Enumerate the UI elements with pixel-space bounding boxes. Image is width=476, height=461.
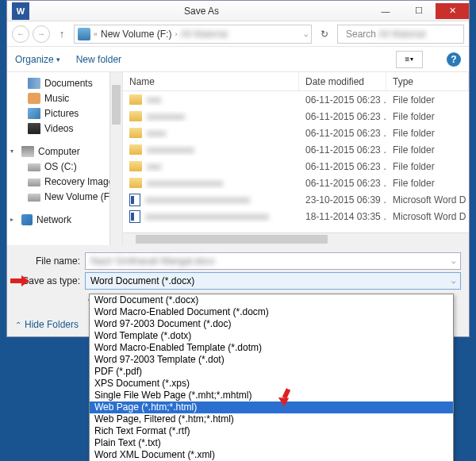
search-input[interactable]: Search All Material [337,25,464,44]
word-doc-icon [129,194,140,206]
column-type[interactable]: Type [386,72,469,90]
new-folder-button[interactable]: New folder [76,54,121,65]
dropdown-item[interactable]: Word 97-2003 Template (*.dot) [90,354,453,366]
dropdown-item[interactable]: XPS Document (*.xps) [90,378,453,390]
view-options-button[interactable]: ≡ ▾ [396,51,423,68]
file-date: 06-11-2015 06:23 … [299,144,386,156]
breadcrumb[interactable]: « New Volume (F:) › All Material ⌵ [74,25,312,44]
file-type: File folder [386,161,469,172]
chevron-down-icon: ▾ [410,56,413,63]
folder-icon [129,178,142,188]
chevron-down-icon[interactable]: ⌵ [451,257,455,265]
filename-input[interactable]: Nazir Gmthavali Mangal.docx ⌵ [85,252,461,270]
music-icon [28,93,40,104]
organize-button[interactable]: Organize ▾ [15,54,60,65]
search-placeholder: Search [346,29,376,40]
column-date[interactable]: Date modified [299,72,386,90]
titlebar: W Save As — ☐ ✕ [7,1,469,21]
dropdown-item[interactable]: PDF (*.pdf) [90,366,453,378]
sidebar-item-recovery[interactable]: Recovery Image ( [7,174,122,189]
column-name[interactable]: Name [123,72,299,90]
saveastype-select[interactable]: Word Document (*.docx) ⌵ [85,272,461,290]
folder-icon [129,144,142,155]
sidebar-item-computer[interactable]: ▾Computer [7,144,122,159]
word-doc-icon [129,210,140,223]
up-button[interactable]: ↑ [53,25,71,43]
back-button[interactable]: ← [12,25,29,43]
scrollbar-thumb[interactable] [112,85,121,125]
sidebar-item-pictures[interactable]: Pictures [7,106,122,121]
file-row[interactable]: xxx06-11-2015 06:23 …File folder [123,91,469,108]
file-row[interactable]: xxxxxxxxxx06-11-2015 06:23 …File folder [123,141,469,158]
file-type: File folder [386,144,469,156]
pictures-icon [28,108,40,119]
dropdown-item[interactable]: Web Page (*.htm;*.html) [90,401,453,413]
red-arrow-annotation-2 [278,389,295,406]
drive-icon [28,163,40,171]
scrollbar-thumb[interactable] [136,235,328,244]
minimize-button[interactable]: — [369,3,402,19]
file-list: Name Date modified Type xxx06-11-2015 06… [123,72,469,245]
file-name: xxxxxxxxxx [147,144,194,156]
folder-icon [129,161,142,171]
dropdown-item[interactable]: Word Macro-Enabled Document (*.docm) [90,306,453,318]
chevron-down-icon[interactable]: ⌵ [451,277,455,285]
file-name: xxx [147,161,161,172]
maximize-button[interactable]: ☐ [402,3,436,19]
help-button[interactable]: ? [447,52,461,67]
dropdown-item[interactable]: Plain Text (*.txt) [90,437,453,449]
sidebar-item-music[interactable]: Music [7,90,122,106]
sidebar: Documents Music Pictures Videos ▾Compute… [7,72,123,245]
sidebar-item-documents[interactable]: Documents [7,75,122,90]
file-row[interactable]: xxxxxxxxxxxxxxxxxxxxxxxxxx18-11-2014 03:… [123,208,469,225]
sidebar-item-network[interactable]: ▸Network [7,212,122,227]
drive-icon [28,179,40,186]
dropdown-item[interactable]: Word Document (*.docx) [90,294,453,306]
file-date: 06-11-2015 06:23 … [299,161,386,172]
file-type: Microsoft Word D [386,194,469,206]
dropdown-item[interactable]: Word Template (*.dotx) [90,330,453,342]
file-name: xxx [147,94,161,106]
file-rows: xxx06-11-2015 06:23 …File folderxxxxxxxx… [123,91,469,225]
toolbar: Organize ▾ New folder ≡ ▾ ? [7,47,469,72]
word-app-icon: W [12,2,29,20]
dropdown-item[interactable]: Word Macro-Enabled Template (*.dotm) [90,342,453,354]
file-date: 18-11-2014 03:35 … [299,211,386,222]
file-row[interactable]: xxx06-11-2015 06:23 …File folder [123,158,469,175]
filename-value: Nazir Gmthavali Mangal.docx [90,255,215,267]
dropdown-item[interactable]: Word XML Document (*.xml) [90,449,453,461]
sidebar-scrollbar[interactable] [109,72,122,245]
expand-icon[interactable]: ▸ [10,216,13,223]
saveastype-dropdown[interactable]: Word Document (*.docx)Word Macro-Enabled… [89,294,454,461]
nav-bar: ← → ↑ « New Volume (F:) › All Material ⌵… [7,21,469,47]
dropdown-item[interactable]: Single File Web Page (*.mht;*.mhtml) [90,390,453,401]
column-headers: Name Date modified Type [123,72,469,91]
dropdown-item[interactable]: Web Page, Filtered (*.htm;*.html) [90,413,453,425]
sidebar-item-videos[interactable]: Videos [7,121,122,136]
folder-icon [129,111,142,121]
dropdown-item[interactable]: Word 97-2003 Document (*.doc) [90,318,453,330]
file-row[interactable]: xxxxxxxxxxxxxxxx06-11-2015 06:23 …File f… [123,175,469,191]
drive-icon [28,194,40,202]
main-area: Documents Music Pictures Videos ▾Compute… [7,72,469,245]
file-name: xxxxxxxxxxxxxxxxxxxxxxxxxx [145,211,269,222]
file-row[interactable]: xxxx06-11-2015 06:23 …File folder [123,125,469,141]
forward-button[interactable]: → [33,25,50,43]
file-row[interactable]: xxxxxxxxxxxxxxxxxxxxxx23-10-2015 06:39 …… [123,191,469,208]
videos-icon [28,123,40,134]
sidebar-item-drive-c[interactable]: OS (C:) [7,159,122,174]
refresh-button[interactable]: ↻ [315,25,334,44]
file-name: xxxxxxxx [147,111,185,122]
horizontal-scrollbar[interactable] [123,232,469,245]
chevron-up-icon: ⌃ [15,321,21,329]
red-arrow-annotation [10,276,31,286]
breadcrumb-item[interactable]: All Material [180,29,227,40]
chevron-down-icon[interactable]: ⌵ [304,30,308,38]
file-date: 06-11-2015 06:23 … [299,111,386,122]
expand-icon[interactable]: ▾ [10,148,13,155]
breadcrumb-item[interactable]: New Volume (F:) [101,29,171,40]
close-button[interactable]: ✕ [436,3,469,19]
sidebar-item-drive-f[interactable]: New Volume (F:) [7,189,122,204]
file-row[interactable]: xxxxxxxx06-11-2015 06:23 …File folder [123,108,469,125]
dropdown-item[interactable]: Rich Text Format (*.rtf) [90,425,453,437]
